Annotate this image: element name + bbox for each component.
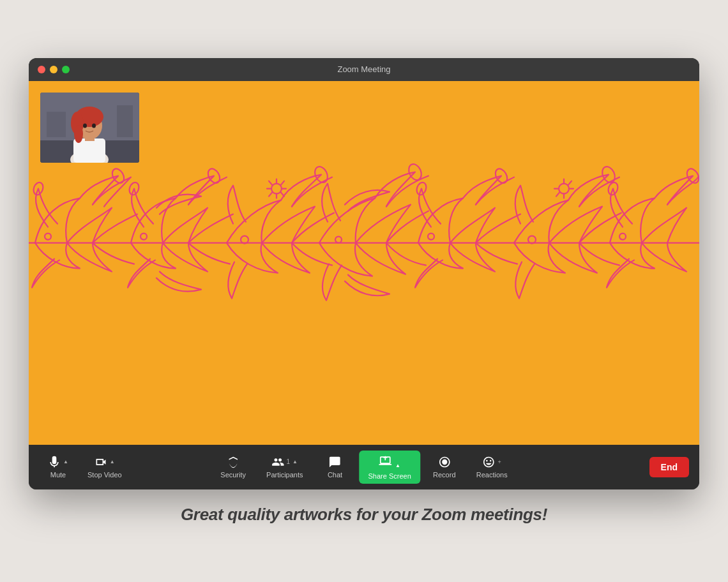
traffic-lights [38,66,70,73]
stop-video-button[interactable]: ▲ Stop Video [80,452,130,482]
fullscreen-button[interactable] [62,66,70,73]
svg-line-29 [269,192,272,196]
close-button[interactable] [38,66,45,73]
svg-point-36 [428,233,434,239]
svg-point-20 [140,233,147,239]
svg-point-39 [559,183,569,193]
toolbar-left: ▲ Mute ▲ Stop Video [39,452,130,482]
toolbar-right: End [649,457,689,477]
minimize-button[interactable] [50,66,57,73]
floral-decoration: .floral { fill: none; stroke: #e8407a; s… [29,150,699,338]
svg-line-44 [556,192,559,196]
svg-point-23 [271,183,282,193]
svg-line-25 [281,181,284,184]
svg-point-49 [442,459,447,464]
svg-rect-4 [47,112,66,137]
record-button[interactable]: Record [425,452,464,482]
mute-button[interactable]: ▲ Mute [39,452,77,482]
window-title: Zoom Meeting [337,64,390,74]
security-button[interactable]: Security [213,452,254,482]
svg-point-12 [83,123,87,128]
page-wrapper: Zoom Meeting [29,58,699,525]
toolbar-center: Security 1 ▲ Participants [213,451,515,484]
svg-point-48 [619,233,626,239]
svg-point-13 [92,123,96,128]
chat-button[interactable]: Chat [316,452,354,482]
svg-line-41 [568,181,572,184]
svg-point-33 [335,236,342,243]
end-button[interactable]: End [649,457,689,477]
svg-rect-3 [117,105,133,137]
svg-line-27 [281,192,284,196]
svg-point-11 [74,125,83,143]
toolbar: ▲ Mute ▲ Stop Video [29,445,699,489]
self-view [40,93,139,163]
share-screen-button[interactable]: ▲ Share Screen [360,451,420,484]
svg-point-17 [45,233,51,239]
content-area: .floral { fill: none; stroke: #e8407a; s… [29,81,699,445]
caption-text: Great quality artworks for your Zoom mee… [181,505,547,525]
title-bar: Zoom Meeting [29,58,699,81]
reactions-button[interactable]: + Reactions [469,452,515,482]
svg-line-31 [269,181,272,184]
zoom-window: Zoom Meeting [29,58,699,489]
participants-button[interactable]: 1 ▲ Participants [259,452,310,482]
